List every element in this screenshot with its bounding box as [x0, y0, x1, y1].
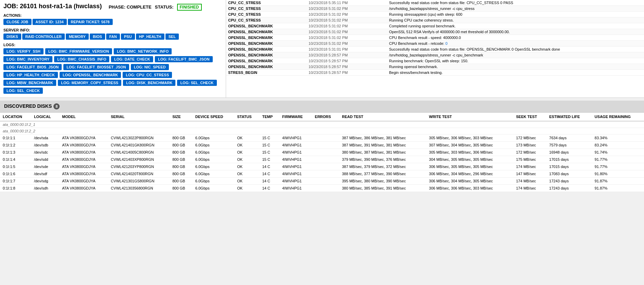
log-btn-5[interactable]: LOG: DATE_CHECK: [111, 56, 153, 62]
disk-cell-firmware: 4IWVHPG1: [280, 149, 312, 156]
disk-cell-temp: 15 C: [259, 156, 279, 163]
log-table: CPU_CC_STRESS 10/23/2018 5:35:11 PM Succ…: [226, 0, 644, 76]
disk-cell-firmware: 4IWVHPG1: [280, 142, 312, 149]
log-entry-time: 10/23/2018 5:35:11 PM: [307, 0, 387, 6]
disk-cell-seek-test: 174 MB/sec: [513, 185, 546, 192]
disk-row: 0:1I:1:3/dev/sdcATA VK0800GDJYACVWL42140…: [0, 149, 644, 156]
disk-cell-model: ATA VK0800GDJYA: [59, 142, 108, 149]
disk-cell-read-test: 380 MB/sec, 387 MB/sec, 381 MB/sec: [339, 149, 426, 156]
disk-cell-size: 800 GB: [170, 178, 193, 185]
disk-cell-write-test: 304 MB/sec, 305 MB/sec, 305 MB/sec: [426, 156, 513, 163]
log-entry-name: OPENSSL_BENCHMARK: [226, 47, 307, 52]
server-buttons-group: DISKSRAID CONTROLLERMEMORYBIOSFANPSUHP_H…: [3, 34, 222, 41]
disk-cell-serial: CVWL4213022P800RGN: [108, 134, 170, 142]
disk-cell-seek-test: 175 MB/sec: [513, 156, 546, 163]
log-btn-2[interactable]: LOG: BMC_NETWORK_INFO: [114, 48, 172, 54]
disk-cell-read-test: 387 MB/sec, 379 MB/sec, 372 MB/sec: [339, 163, 426, 170]
disk-cell-serial: CVWL421403XP800RGN: [108, 156, 170, 163]
log-btn-7[interactable]: LOG: FACELIFT_BIOS_JSON: [3, 64, 62, 70]
server-btn-hp-health[interactable]: HP_HEALTH: [136, 34, 164, 40]
disk-col-seek-test: SEEK TEST: [513, 113, 546, 121]
server-btn-bios[interactable]: BIOS: [90, 34, 105, 40]
server-btn-fan[interactable]: FAN: [106, 34, 120, 40]
disk-cell-device-speed: 6.0Gbps: [193, 163, 234, 170]
disk-cell-usage-remaining: 91.74%: [592, 149, 644, 156]
server-btn-sel[interactable]: SEL: [165, 34, 179, 40]
log-entry-name: CPU_CC_STRESS: [226, 0, 307, 6]
disk-cell-estimated-life: 17083 days: [546, 170, 592, 178]
disk-row: 0:1I:1:7/dev/sdgATA VK0800GDJYACVWL42130…: [0, 178, 644, 185]
repair-ticket-button[interactable]: REPAIR TICKET: 5678: [68, 19, 113, 25]
disk-cell-location: 0:1I:1:7: [0, 178, 31, 185]
log-btn-16[interactable]: LOG: SEL_CHECK: [177, 80, 216, 86]
log-btn-0[interactable]: LOG: VERIFY_SSH: [3, 48, 44, 54]
disk-cell-serial: CVWL421301GS800RGN: [108, 178, 170, 185]
log-entry-msg: Completed running openssl benchmark.: [387, 23, 644, 29]
log-entry-time: 10/23/2018 5:31:01 PM: [307, 47, 387, 52]
close-job-button[interactable]: CLOSE JOB: [3, 19, 32, 25]
disk-cell-estimated-life: 16948 days: [546, 149, 592, 156]
log-btn-4[interactable]: LOG: BMC_CHASSIS_INFO: [54, 56, 109, 62]
log-btn-11[interactable]: LOG: OPENSSL_BENCHMARK: [60, 72, 121, 78]
logs-label: LOGS:: [3, 43, 222, 47]
log-entry-time: 10/23/2018 5:31:02 PM: [307, 6, 387, 12]
log-btn-9[interactable]: LOG: NIC_SPEED: [131, 64, 169, 70]
disk-col-estimated-life: ESTIMATED LIFE: [546, 113, 592, 121]
disk-col-location: LOCATION: [0, 113, 31, 121]
disk-col-write-test: WRITE TEST: [426, 113, 513, 121]
log-btn-3[interactable]: LOG: BMC_INVENTORY: [3, 56, 52, 62]
disk-cell-logical: /dev/sda: [31, 134, 59, 142]
disk-cell-status: OK: [234, 142, 259, 149]
log-btn-12[interactable]: LOG: CPU_CC_STRESS: [123, 72, 172, 78]
disk-cell-read-test: 380 MB/sec, 385 MB/sec, 391 MB/sec: [339, 185, 426, 192]
asset-id-button[interactable]: ASSET ID: 1234: [33, 19, 67, 25]
server-btn-memory[interactable]: MEMORY: [66, 34, 89, 40]
disk-cell-serial: CVWL4214005C800RGN: [108, 149, 170, 156]
log-entry-time: 10/23/2018 5:31:02 PM: [307, 17, 387, 23]
disk-cell-firmware: 4IWVHPG1: [280, 170, 312, 178]
server-btn-psu[interactable]: PSU: [121, 34, 135, 40]
log-entry-name: CPU_CC_STRESS: [226, 17, 307, 23]
log-btn-8[interactable]: LOG: FACELIFT_BIOSSET_JSON: [63, 64, 129, 70]
disk-cell-status: OK: [234, 163, 259, 170]
server-btn-disks[interactable]: DISKS: [3, 34, 21, 40]
log-btn-6[interactable]: LOG: FACELIFT_BMC_JSON: [155, 56, 212, 62]
disk-cell-seek-test: 173 MB/sec: [513, 142, 546, 149]
disk-cell-device-speed: 6.0Gbps: [193, 149, 234, 156]
log-entry-msg: Successfully read status code from statu…: [387, 0, 644, 6]
disk-cell-logical: /dev/sdc: [31, 149, 59, 156]
disk-cell-model: ATA VK0800GDJYA: [59, 178, 108, 185]
disk-col-temp: TEMP: [259, 113, 279, 121]
phase-label: PHASE: COMPLETE: [109, 4, 151, 10]
disk-cell-firmware: 4IWVHPG1: [280, 163, 312, 170]
disk-cell-status: OK: [234, 185, 259, 192]
disk-cell-firmware: 4IWVHPG1: [280, 178, 312, 185]
disk-cell-errors: [312, 134, 339, 142]
log-entry-name: OPENSSL_BENCHMARK: [226, 64, 307, 70]
log-btn-17[interactable]: LOG: SEL_CHECK: [3, 88, 43, 94]
disk-cell-read-test: 387 MB/sec, 391 MB/sec, 381 MB/sec: [339, 142, 426, 149]
disk-row: 0:1I:1:2/dev/sdbATA VK0800GDJYACVWL42140…: [0, 142, 644, 149]
disk-cell-size: 800 GB: [170, 185, 193, 192]
disk-cell-size: 800 GB: [170, 170, 193, 178]
disk-cell-temp: 14 C: [259, 178, 279, 185]
disk-cell-errors: [312, 178, 339, 185]
log-btn-13[interactable]: LOG: MBW_BENCHMARK: [3, 80, 56, 86]
disk-group-label: ata_0000:00:1f.2_1: [0, 121, 644, 128]
disk-cell-errors: [312, 156, 339, 163]
disk-cell-device-speed: 6.0Gbps: [193, 134, 234, 142]
disk-cell-size: 800 GB: [170, 163, 193, 170]
log-btn-14[interactable]: LOG: MEMORY_COPY_STRESS: [58, 80, 121, 86]
disk-cell-serial: CVWL421401GK800RGN: [108, 142, 170, 149]
server-btn-raid-controller[interactable]: RAID CONTROLLER: [22, 34, 65, 40]
disk-cell-location: 0:1I:1:8: [0, 185, 31, 192]
log-entry-time: 10/23/2018 5:31:02 PM: [307, 29, 387, 35]
log-entry-msg: /srv/hotdog_bazelapps/stress_runner -c c…: [387, 52, 644, 58]
disk-cell-firmware: 4IWVHPG1: [280, 185, 312, 192]
log-btn-1[interactable]: LOG: BMC_FIRMWARE_VERSION: [45, 48, 112, 54]
log-btn-15[interactable]: LOG: DISK_BENCHMARK: [123, 80, 175, 86]
log-btn-10[interactable]: LOG: HP_HEALTH_CHECK: [3, 72, 58, 78]
log-entry-time: 10/23/2018 5:31:02 PM: [307, 12, 387, 17]
log-entry-name: OPENSSL_BENCHMARK: [226, 58, 307, 64]
disk-cell-model: ATA VK0800GDJYA: [59, 163, 108, 170]
